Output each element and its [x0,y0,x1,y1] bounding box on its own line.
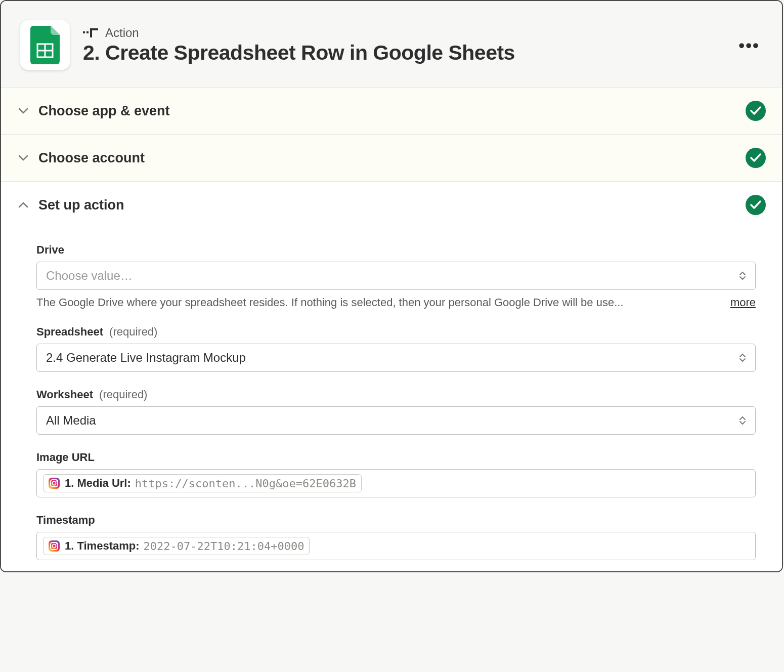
chevron-up-icon [17,202,29,208]
section-setup-header[interactable]: Set up action [1,182,782,228]
drive-more-link[interactable]: more [730,296,756,309]
instagram-icon [48,539,61,553]
section-choose-account-header[interactable]: Choose account [1,135,782,181]
chevron-down-icon [17,155,29,161]
image-url-pill[interactable]: 1. Media Url: https://sconten...N0g&oe=6… [43,474,362,492]
spreadsheet-required: (required) [109,325,157,339]
image-url-pill-value: https://sconten...N0g&oe=62E0632B [135,477,356,490]
section-setup-action: Set up action Drive Choose value… [1,181,782,571]
timestamp-label: Timestamp [36,514,95,527]
step-title: 2. Create Spreadsheet Row in Google Shee… [83,41,735,65]
svg-rect-4 [86,31,89,33]
sheets-icon [30,26,60,64]
instagram-icon [48,477,61,490]
drive-select[interactable]: Choose value… [36,262,756,290]
select-toggle-icon [739,353,746,362]
section-choose-account: Choose account [1,134,782,181]
spreadsheet-select[interactable]: 2.4 Generate Live Instagram Mockup [36,344,756,372]
section-choose-app-header[interactable]: Choose app & event [1,88,782,134]
chevron-down-icon [17,108,29,114]
field-drive: Drive Choose value… The Google Drive whe… [36,243,756,309]
worksheet-required: (required) [99,388,147,401]
select-toggle-icon [739,271,746,280]
svg-point-10 [56,480,57,481]
section-setup-title: Set up action [38,197,746,213]
step-subtype: Action [105,26,139,40]
worksheet-value: All Media [46,413,739,428]
timestamp-pill-value: 2022-07-22T10:21:04+0000 [144,540,304,553]
image-url-input[interactable]: 1. Media Url: https://sconten...N0g&oe=6… [36,469,756,497]
svg-rect-6 [92,28,98,30]
field-worksheet: Worksheet (required) All Media [36,388,756,435]
step-header: Action 2. Create Spreadsheet Row in Goog… [1,1,782,87]
field-spreadsheet: Spreadsheet (required) 2.4 Generate Live… [36,325,756,372]
drive-helper-text: The Google Drive where your spreadsheet … [36,296,723,309]
field-image-url: Image URL [36,451,756,497]
action-path-icon [83,27,98,39]
section-choose-account-title: Choose account [38,150,746,166]
check-icon [746,195,766,215]
spreadsheet-value: 2.4 Generate Live Instagram Mockup [46,351,739,365]
svg-rect-3 [83,31,85,33]
check-icon [746,101,766,121]
check-icon [746,148,766,168]
drive-placeholder: Choose value… [46,269,739,283]
action-step-panel: Action 2. Create Spreadsheet Row in Goog… [0,0,783,572]
google-sheets-app-icon [20,20,70,70]
setup-body: Drive Choose value… The Google Drive whe… [1,228,782,571]
svg-rect-5 [90,28,92,37]
worksheet-label: Worksheet [36,388,93,401]
more-options-button[interactable]: ••• [735,35,763,55]
timestamp-input[interactable]: 1. Timestamp: 2022-07-22T10:21:04+0000 [36,532,756,560]
section-choose-app-title: Choose app & event [38,103,746,119]
step-header-text: Action 2. Create Spreadsheet Row in Goog… [83,26,735,65]
worksheet-select[interactable]: All Media [36,406,756,435]
spreadsheet-label: Spreadsheet [36,325,103,339]
image-url-pill-label: 1. Media Url: [65,477,131,490]
image-url-label: Image URL [36,451,95,464]
timestamp-pill[interactable]: 1. Timestamp: 2022-07-22T10:21:04+0000 [43,537,310,555]
svg-point-14 [56,543,57,544]
select-toggle-icon [739,416,746,425]
drive-label: Drive [36,243,64,257]
field-timestamp: Timestamp [36,514,756,560]
section-choose-app: Choose app & event [1,87,782,134]
timestamp-pill-label: 1. Timestamp: [65,539,140,553]
